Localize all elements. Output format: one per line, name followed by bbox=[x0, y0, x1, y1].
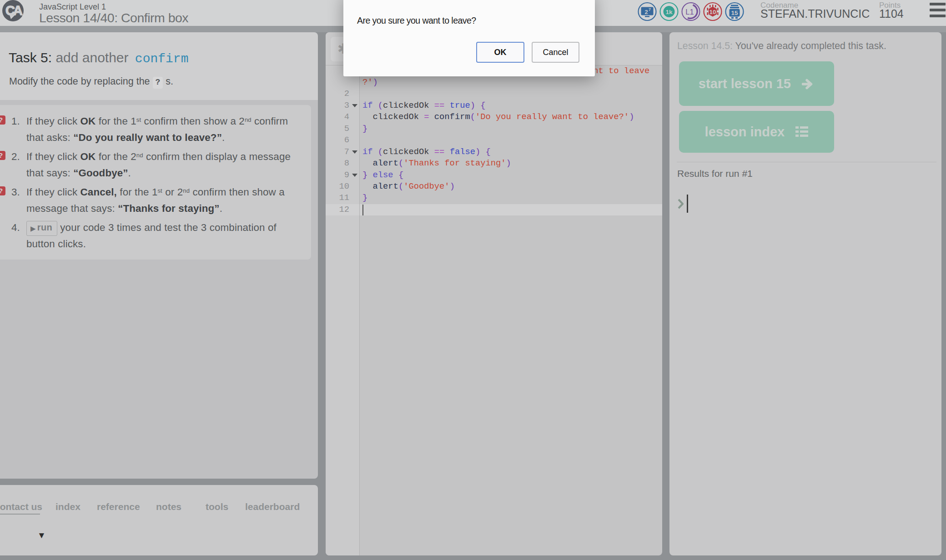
svg-text:7: 7 bbox=[649, 7, 651, 12]
svg-text:2: 2 bbox=[644, 9, 648, 15]
svg-text:1k: 1k bbox=[665, 9, 673, 15]
svg-text:15: 15 bbox=[731, 10, 738, 16]
svg-text:10: 10 bbox=[709, 9, 716, 15]
svg-text:L1: L1 bbox=[685, 8, 694, 16]
